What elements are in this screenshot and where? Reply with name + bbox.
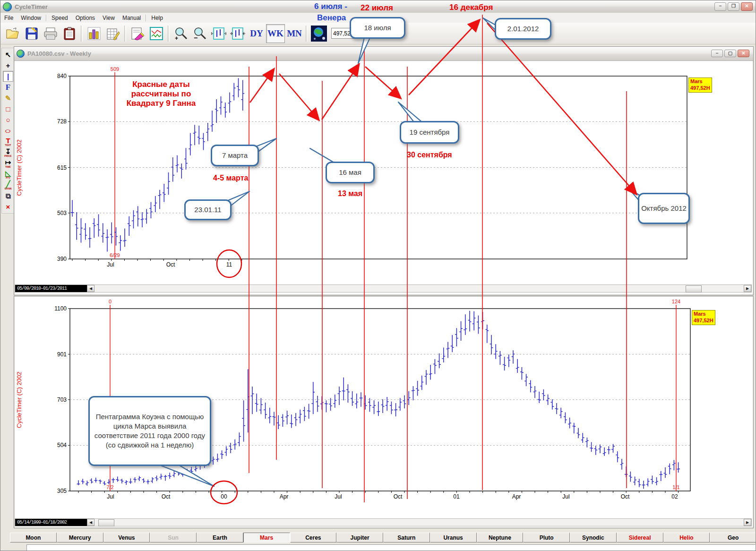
text-tool-label: TEXT [5, 144, 11, 146]
calculator-button[interactable] [103, 24, 122, 43]
chart-edit-icon [131, 27, 144, 40]
menu-item-speed[interactable]: Speed [48, 14, 72, 22]
crosshair-tool[interactable]: + [3, 60, 13, 71]
pencil-tool-icon: ✎ [5, 95, 11, 102]
scroll-thumb[interactable] [686, 285, 702, 293]
planet-button-jupiter[interactable]: Jupiter [336, 533, 383, 542]
rect-tool[interactable]: □ [3, 103, 13, 114]
minimize-button[interactable]: – [714, 2, 726, 11]
callout-sep19[interactable]: 19 сентября [400, 121, 459, 144]
planet-button-mars[interactable]: Mars [243, 533, 290, 542]
open-button[interactable] [3, 24, 22, 43]
planet-button-earth[interactable]: Earth [197, 533, 243, 542]
bar-chart-button[interactable] [85, 24, 103, 43]
calculator-icon [106, 27, 120, 40]
time-tool-icon: ↦ [5, 159, 11, 166]
planet-button-synodic[interactable]: Synodic [570, 533, 617, 542]
menu-item-view[interactable]: View [99, 14, 119, 22]
chart-edit-button[interactable] [128, 24, 147, 43]
open-icon [6, 27, 20, 40]
fib-tool[interactable]: F [3, 82, 13, 93]
compress-scale-button[interactable] [228, 24, 247, 43]
scroll-right-arrow[interactable]: ▶ [744, 285, 751, 292]
svg-text:+: + [175, 35, 178, 41]
planet-button-mercury[interactable]: Mercury [57, 533, 103, 542]
copy-tool[interactable]: ⧉ [3, 190, 13, 201]
text-tool[interactable]: TTEXT [3, 136, 13, 147]
dec16-note: 16 декабря [449, 3, 493, 12]
zoom-in-icon: + [174, 26, 188, 41]
chart-view-icon [150, 27, 163, 40]
child-minimize-button[interactable]: – [711, 50, 723, 57]
child-close-button[interactable]: ✕ [738, 50, 749, 57]
vline-tool[interactable]: | [3, 71, 13, 82]
menu-item-window[interactable]: Window [17, 14, 45, 22]
scroll-left-arrow[interactable]: ◀ [87, 519, 94, 526]
circle-tool[interactable]: ○ [3, 114, 13, 125]
menu-item-manual[interactable]: Manual [119, 14, 145, 22]
callout-jul18[interactable]: 18 июля [350, 17, 405, 39]
top-chart-scrollbar[interactable]: 05/09/2010-01/23/2011 ◀ ▶ [15, 284, 752, 293]
top-date-range-label: 05/09/2010-01/23/2011 [15, 285, 87, 292]
print-button[interactable] [41, 24, 60, 43]
scroll-left-arrow[interactable]: ◀ [87, 285, 94, 292]
planet-button[interactable] [309, 24, 328, 43]
price-tool[interactable]: ↧PRICE [3, 147, 13, 158]
app-globe-icon [3, 2, 12, 11]
child-maximize-button[interactable]: ▢ [724, 50, 736, 57]
callout-mar7[interactable]: 7 марта [211, 145, 259, 166]
callout-pentagram[interactable]: Пентаграмма Коуэна с помощью цикла Марса… [88, 396, 211, 466]
close-button[interactable]: ✕ [741, 2, 753, 11]
bar-chart-icon [87, 27, 101, 40]
expand-scale-button[interactable] [209, 24, 228, 43]
monthly-button[interactable]: MN [285, 24, 304, 43]
planet-button-sun[interactable]: Sun [150, 533, 197, 542]
chart-window-title: PA10080.csv - Weekly [27, 50, 91, 57]
callout-oct2012[interactable]: Октябрь 2012 [638, 193, 690, 224]
scroll-thumb[interactable] [98, 519, 114, 526]
chart-view-button[interactable] [147, 24, 166, 43]
planet-button-helio[interactable]: Helio [663, 533, 710, 542]
time-tool[interactable]: ↦TIME [3, 158, 13, 169]
cycletimer-app: CycleTimer – ❐ ✕ FileWindowSpeedOptionsV… [0, 0, 756, 551]
ptv-tool[interactable]: ◺PTV [3, 169, 13, 180]
callout-may16[interactable]: 16 мая [326, 162, 375, 183]
menu-item-help[interactable]: Help [147, 14, 167, 22]
planet-button-bar: MoonMercuryVenusSunEarthMarsCeresJupiter… [10, 533, 756, 542]
planet-button-geo[interactable]: Geo [710, 533, 756, 542]
delete-tool[interactable]: × [3, 201, 13, 212]
fib-tool-icon: F [6, 83, 10, 91]
planet-button-uranus[interactable]: Uranus [430, 533, 477, 542]
daily-button[interactable]: DY [247, 24, 266, 43]
callout-jan23[interactable]: 23.01.11 [184, 199, 232, 220]
planet-button-moon[interactable]: Moon [10, 533, 57, 542]
planet-button-pluto[interactable]: Pluto [523, 533, 570, 542]
zoom-out-button[interactable]: − [190, 24, 209, 43]
may13-note: 13 мая [338, 189, 362, 198]
pointer-tool[interactable]: ↖ [3, 49, 13, 60]
weekly-button[interactable]: WK [266, 24, 285, 43]
report-button[interactable] [60, 24, 79, 43]
save-button[interactable] [22, 24, 41, 43]
save-icon [25, 27, 38, 40]
status-strip [26, 544, 756, 551]
planet-button-saturn[interactable]: Saturn [383, 533, 430, 542]
chart-window-title-bar[interactable]: PA10080.csv - Weekly – ▢ ✕ [14, 47, 753, 61]
gann-square-note: Красные датырассчитаны поКвадрату 9 Ганн… [114, 80, 208, 108]
menu-item-file[interactable]: File [0, 14, 17, 22]
planet-button-sidereal[interactable]: Sidereal [617, 533, 663, 542]
planet-button-venus[interactable]: Venus [103, 533, 150, 542]
sep30-note: 30 сентября [407, 151, 452, 159]
pencil-tool[interactable]: ✎ [3, 93, 13, 103]
bottom-chart-scrollbar[interactable]: 05/14/1999-01/18/2002 ◀ ▶ [15, 518, 752, 526]
menu-item-options[interactable]: Options [72, 14, 99, 22]
callout-jan2012[interactable]: 2.01.2012 [495, 18, 551, 40]
ellipse-tool[interactable]: ○ [3, 125, 13, 136]
scroll-right-arrow[interactable]: ▶ [744, 519, 751, 526]
restore-button[interactable]: ❐ [728, 2, 739, 11]
mar45-note: 4-5 марта [213, 174, 248, 182]
planet-button-ceres[interactable]: Ceres [290, 533, 337, 542]
zoom-in-button[interactable]: + [172, 24, 190, 43]
gann-tool[interactable]: ╱GANN [3, 180, 13, 190]
planet-button-neptune[interactable]: Neptune [477, 533, 524, 542]
